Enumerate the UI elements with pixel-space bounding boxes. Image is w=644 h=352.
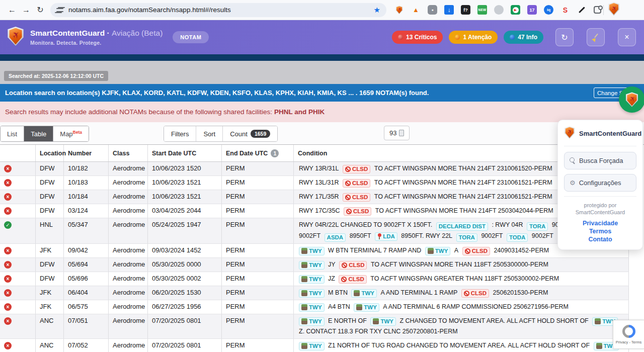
cell-number: 10/182 bbox=[64, 162, 109, 175]
cell-start-date: 10/06/2023 1520 bbox=[148, 162, 222, 175]
badge-label: TWY bbox=[309, 274, 322, 285]
bookmark-star-icon[interactable]: ★ bbox=[374, 6, 380, 15]
seo-extension-icon[interactable]: S bbox=[560, 5, 570, 15]
link-contato[interactable]: Contato bbox=[564, 235, 636, 243]
twy-badge: TWY bbox=[299, 289, 325, 298]
link-termos[interactable]: Termos bbox=[564, 227, 636, 235]
table-row[interactable]: ×DFW10/183Aerodrome10/06/2023 1521PERMRW… bbox=[0, 176, 629, 190]
close-button[interactable]: × bbox=[618, 28, 636, 46]
table-row[interactable]: ×DFW05/694Aerodrome05/30/2025 0000PERMTW… bbox=[0, 258, 629, 272]
road-icon bbox=[595, 318, 601, 324]
column-header-label: Start Date UTC bbox=[152, 150, 196, 157]
popup-shield-shape bbox=[564, 126, 575, 139]
filters-button[interactable]: Filters bbox=[164, 126, 196, 141]
table-row[interactable]: ×DFW10/184Aerodrome10/06/2023 1521PERMRW… bbox=[0, 190, 629, 204]
forward-icon[interactable]: → bbox=[19, 3, 33, 17]
magnifier-icon bbox=[570, 157, 576, 163]
tab-list[interactable]: List bbox=[1, 126, 24, 141]
declared-dist-badge: DECLARED DIST bbox=[436, 222, 488, 231]
close-icon: × bbox=[624, 33, 629, 42]
alert-badge-crit[interactable]: 13 Críticos bbox=[392, 31, 443, 44]
sort-button[interactable]: Sort bbox=[196, 126, 223, 141]
clean-button[interactable] bbox=[587, 28, 605, 46]
iq-extension-icon[interactable]: iq bbox=[544, 5, 553, 15]
clsd-badge: CLSD bbox=[462, 247, 490, 255]
twy-badge: TWY bbox=[370, 317, 396, 326]
lighthouse-extension-icon[interactable]: ▲ bbox=[411, 5, 421, 15]
recaptcha-privacy-terms[interactable]: Privacy - Terms bbox=[616, 340, 642, 344]
site-info-icon[interactable] bbox=[56, 7, 63, 13]
pinned-smartcontentguard-icon[interactable] bbox=[608, 2, 620, 18]
eyedropper-extension-icon[interactable] bbox=[577, 5, 587, 15]
configurações-button[interactable]: ⚙Configurações bbox=[564, 174, 636, 192]
table-row[interactable]: ×ANC07/051Aerodrome07/20/2025 0801PERMTW… bbox=[0, 314, 629, 339]
cell-start-date: 10/06/2023 1521 bbox=[148, 190, 222, 204]
searched-at-badge: Searched at: 2025-12-06 12:12:00 UTC bbox=[4, 71, 108, 81]
table-row[interactable]: ×JFK06/575Aerodrome06/27/2025 1956PERMTW… bbox=[0, 300, 629, 314]
cell-location: DFW bbox=[36, 176, 64, 190]
column-header-end-date-utc[interactable]: End Date UTC1 bbox=[222, 145, 294, 161]
fonts-extension-icon[interactable]: f? bbox=[461, 5, 470, 15]
url-text[interactable]: notams.aim.faa.gov/notamSearch/nsapp.htm… bbox=[68, 6, 374, 14]
extensions-puzzle-icon[interactable] bbox=[594, 6, 601, 14]
status-critical-icon: × bbox=[4, 179, 12, 187]
cell-start-date: 06/27/2025 1956 bbox=[148, 300, 222, 314]
clsd-badge: CLSD bbox=[344, 207, 371, 216]
speaker-extension-icon[interactable] bbox=[494, 5, 504, 15]
clsd-badge: CLSD bbox=[343, 165, 370, 173]
table-row[interactable]: ×JFK09/042Aerodrome09/03/2024 1452PERMTW… bbox=[0, 244, 629, 258]
link-privacidade[interactable]: Privacidade bbox=[564, 219, 636, 227]
condition-text: 9002FT bbox=[481, 232, 503, 239]
table-row[interactable]: ×JFK06/404Aerodrome06/20/2025 1530PERMTW… bbox=[0, 286, 629, 300]
count-button[interactable]: Count 1659 bbox=[223, 126, 277, 141]
alert-badge-warn[interactable]: 1 Atenção bbox=[449, 31, 498, 44]
cell-status: × bbox=[0, 286, 36, 300]
airplane-icon bbox=[396, 6, 403, 13]
table-row[interactable]: ×DFW03/124Aerodrome03/04/2025 2044PERMRW… bbox=[0, 204, 629, 218]
cell-status: × bbox=[0, 339, 36, 352]
table-row[interactable]: ×ANC07/052Aerodrome07/20/2025 0801PERMTW… bbox=[0, 339, 629, 352]
cell-start-date: 05/30/2025 0002 bbox=[148, 272, 222, 286]
column-header-location[interactable]: Location bbox=[36, 145, 64, 161]
camera-extension-icon[interactable]: ● bbox=[428, 5, 437, 15]
shield-extension-icon[interactable] bbox=[394, 5, 404, 15]
condition-text: 8950FT. RWY 22L bbox=[401, 232, 452, 239]
table-row[interactable]: ✓HNL05/347Aerodrome05/24/2025 1947PERMRW… bbox=[0, 218, 629, 244]
browser-nav-buttons: ←→↻ bbox=[5, 3, 47, 17]
omnibox[interactable]: notams.aim.faa.gov/notamSearch/nsapp.htm… bbox=[50, 3, 386, 17]
back-icon[interactable]: ← bbox=[5, 3, 19, 17]
seo-extension-icon-glyph: S bbox=[563, 6, 568, 14]
condition-text: 2409031452-PERM bbox=[494, 247, 549, 254]
alert-badge-info[interactable]: 47 Info bbox=[504, 31, 543, 44]
popup-header: SmartContentGuard bbox=[564, 126, 636, 146]
tab-table[interactable]: Table bbox=[24, 126, 53, 141]
smartcontentguard-fab[interactable] bbox=[619, 86, 644, 113]
new-badge-extension-icon[interactable]: NEW bbox=[477, 5, 487, 15]
alert-badge-label: 47 Info bbox=[518, 34, 537, 41]
tab-map[interactable]: MapBeta bbox=[53, 126, 89, 141]
badge-label: LDA bbox=[383, 231, 395, 242]
refresh-button[interactable]: ↻ bbox=[555, 28, 574, 46]
pages-button[interactable]: 93 bbox=[384, 126, 410, 140]
header-tagline: Monitora. Detecta. Protege. bbox=[30, 40, 163, 46]
column-header-number[interactable]: Number bbox=[64, 145, 109, 161]
table-row[interactable]: ×DFW05/696Aerodrome05/30/2025 0002PERMTW… bbox=[0, 272, 629, 286]
download-extension-icon[interactable]: ↓ bbox=[444, 5, 454, 15]
table-row[interactable]: ×DFW10/182Aerodrome10/06/2023 1520PERMRW… bbox=[0, 162, 629, 176]
busca-forçada-button[interactable]: Busca Forçada bbox=[564, 152, 636, 169]
calendar-17-extension-icon[interactable]: 17 bbox=[527, 5, 537, 15]
video-player-extension-icon[interactable]: ▶ bbox=[511, 5, 520, 15]
column-header-label: Condition bbox=[298, 150, 327, 157]
reload-icon[interactable]: ↻ bbox=[33, 3, 47, 17]
no-entry-icon bbox=[464, 291, 469, 296]
cell-end-date: PERM bbox=[222, 314, 294, 338]
column-header-start-date-utc[interactable]: Start Date UTC bbox=[148, 145, 222, 161]
badge-label: CLSD bbox=[348, 274, 364, 285]
broom-icon bbox=[592, 33, 600, 41]
cell-number: 05/347 bbox=[64, 218, 109, 243]
recaptcha-badge[interactable]: Privacy - Terms bbox=[613, 320, 644, 349]
badge-label: TWY bbox=[364, 302, 377, 313]
column-header-label: Number bbox=[68, 150, 92, 157]
column-header-class[interactable]: Class bbox=[109, 145, 148, 161]
column-header-status[interactable] bbox=[0, 145, 36, 161]
